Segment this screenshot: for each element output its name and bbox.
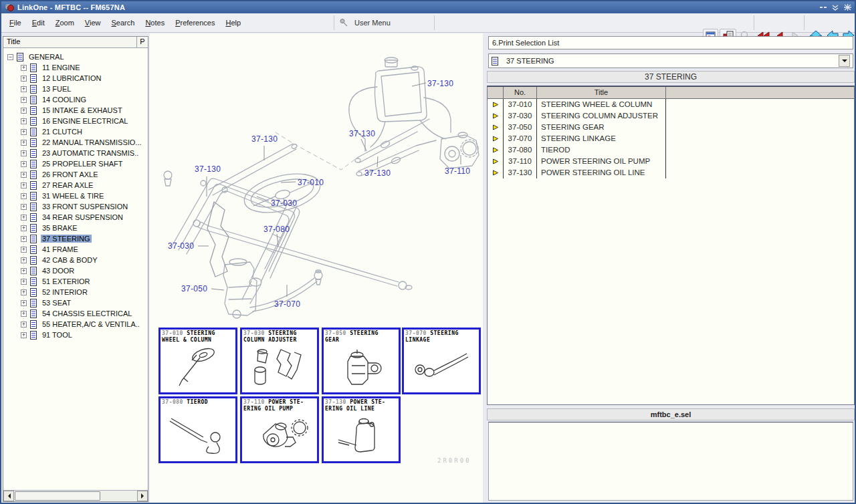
expand-icon[interactable] xyxy=(21,332,27,338)
title-column-header[interactable]: Title xyxy=(537,87,666,99)
table-row[interactable]: 37-070 STEERING LINKAGE xyxy=(488,133,854,144)
part-label[interactable]: 37-070 xyxy=(274,299,300,309)
tree-item[interactable]: 41 FRAME xyxy=(3,244,148,255)
tree-item[interactable]: 37 STEERING xyxy=(3,233,148,244)
menu-item[interactable]: Help xyxy=(220,17,246,29)
menu-item[interactable]: Preferences xyxy=(170,17,220,29)
part-label[interactable]: 37-030 xyxy=(271,199,297,208)
menu-item[interactable]: Zoom xyxy=(50,17,80,29)
thumbnail-steering-linkage[interactable]: 37-070 STEERINGLINKAGE xyxy=(402,328,481,394)
part-label[interactable]: 37-010 xyxy=(298,178,324,187)
expand-icon[interactable] xyxy=(21,215,27,221)
menu-item[interactable]: Notes xyxy=(140,17,170,29)
table-row[interactable]: 37-130 POWER STEERING OIL LINE xyxy=(488,167,854,178)
expand-icon[interactable] xyxy=(21,204,27,210)
thumbnail-steering-wheel-column[interactable]: 37-010 STEERINGWHEEL & COLUMN xyxy=(158,328,237,394)
tree-item[interactable]: 26 FRONT AXLE xyxy=(3,169,148,180)
expand-icon[interactable] xyxy=(21,247,27,253)
tree-item[interactable]: 42 CAB & BODY xyxy=(3,255,148,265)
expand-icon[interactable] xyxy=(21,322,27,328)
tree-item[interactable]: 13 FUEL xyxy=(3,84,148,94)
tree-item[interactable]: 15 INTAKE & EXHAUST xyxy=(3,105,148,116)
diagram-panel[interactable]: 37-130 37-010 37-030 37-130 37-130 37-11… xyxy=(150,33,483,503)
tree-header-title[interactable]: Title xyxy=(3,37,137,47)
tree-item[interactable]: 43 DOOR xyxy=(3,265,148,276)
expand-icon[interactable] xyxy=(21,268,27,274)
section-dropdown[interactable]: 37 STEERING xyxy=(488,53,853,68)
selection-file-list[interactable] xyxy=(488,422,853,501)
thumbnail-power-steering-oil-pump[interactable]: 37-110 POWER STE-ERING OIL PUMP xyxy=(240,396,319,463)
expand-icon[interactable] xyxy=(21,289,27,295)
tree-item[interactable]: 33 FRONT SUSPENSION xyxy=(3,201,148,212)
expand-icon[interactable] xyxy=(21,150,27,156)
no-column-header[interactable]: No. xyxy=(504,87,537,99)
table-row[interactable]: 37-080 TIEROD xyxy=(488,144,854,156)
tree-item[interactable]: 22 MANUAL TRANSMISSIO... xyxy=(3,137,148,148)
menu-item[interactable]: View xyxy=(80,17,106,29)
minimize-icon[interactable] xyxy=(819,4,827,11)
expand-icon[interactable] xyxy=(21,257,27,263)
expand-icon[interactable] xyxy=(7,54,13,60)
expand-icon[interactable] xyxy=(21,193,27,199)
table-row[interactable]: 37-030 STEERING COLUMN ADJUSTER xyxy=(488,110,854,122)
expand-icon[interactable] xyxy=(21,225,27,231)
scrollbar-thumb[interactable] xyxy=(15,491,100,501)
part-label[interactable]: 37-130 xyxy=(364,168,391,178)
collapse-icon[interactable] xyxy=(832,4,839,11)
expand-icon[interactable] xyxy=(21,279,27,285)
user-menu[interactable]: User Menu xyxy=(339,13,391,32)
tree-item[interactable]: 12 LUBRICATION xyxy=(3,73,148,84)
expand-icon[interactable] xyxy=(21,311,27,317)
scroll-left-arrow[interactable] xyxy=(3,491,14,501)
tree-item[interactable]: 52 INTERIOR xyxy=(3,287,148,297)
expand-icon[interactable] xyxy=(21,161,27,167)
expand-icon[interactable] xyxy=(21,172,27,178)
tree-horizontal-scrollbar[interactable] xyxy=(3,490,148,501)
dropdown-arrow-button[interactable] xyxy=(839,55,850,67)
tree-item[interactable]: 54 CHASSIS ELECTRICAL xyxy=(3,308,148,319)
tree-header-p[interactable]: P xyxy=(137,37,148,47)
part-label[interactable]: 37-030 xyxy=(168,241,194,251)
menu-item[interactable]: File xyxy=(4,17,27,29)
part-label[interactable]: 37-110 xyxy=(445,166,470,176)
expand-icon[interactable] xyxy=(21,129,27,135)
tree-item[interactable]: 27 REAR AXLE xyxy=(3,180,148,191)
thumbnail-steering-gear[interactable]: 37-050 STEERINGGEAR xyxy=(322,328,401,394)
tree-item[interactable]: 21 CLUTCH xyxy=(3,126,148,137)
expand-icon[interactable] xyxy=(21,65,27,71)
expand-icon[interactable] xyxy=(21,140,27,146)
tree-item[interactable]: GENERAL xyxy=(3,51,148,62)
expand-icon[interactable] xyxy=(21,86,27,92)
part-label[interactable]: 37-080 xyxy=(263,225,290,234)
tree-item[interactable]: 14 COOLING xyxy=(3,94,148,105)
part-label[interactable]: 37-050 xyxy=(181,284,207,293)
close-icon[interactable] xyxy=(844,4,851,11)
menu-item[interactable]: Search xyxy=(106,17,140,29)
tree-item[interactable]: 25 PROPELLER SHAFT xyxy=(3,158,148,169)
expand-icon[interactable] xyxy=(21,182,27,188)
tree-item[interactable]: 35 BRAKE xyxy=(3,223,148,233)
part-label[interactable]: 37-130 xyxy=(349,129,375,138)
part-label[interactable]: 37-130 xyxy=(195,164,221,174)
tree-item[interactable]: 51 EXTERIOR xyxy=(3,276,148,287)
thumbnail-column-adjuster[interactable]: 37-030 STEERINGCOLUMN ADJUSTER xyxy=(240,328,319,394)
tree-item[interactable]: 34 REAR SUSPENSION xyxy=(3,212,148,223)
table-row[interactable]: 37-050 STEERING GEAR xyxy=(488,122,854,133)
tree-item[interactable]: 55 HEATER,A/C & VENTILA.. xyxy=(3,319,148,330)
tree-item[interactable]: 16 ENGINE ELECTRICAL xyxy=(3,116,148,126)
part-label[interactable]: 37-130 xyxy=(251,134,278,144)
tree-item[interactable]: 23 AUTOMATIC TRANSMIS.. xyxy=(3,148,148,158)
part-label[interactable]: 37-130 xyxy=(427,79,453,88)
print-selection-list-field[interactable]: 6.Print Selection List xyxy=(488,36,853,49)
menu-item[interactable]: Edit xyxy=(27,17,50,29)
thumbnail-tierod[interactable]: 37-080 TIEROD xyxy=(158,396,237,463)
table-row[interactable]: 37-010 STEERING WHEEL & COLUMN xyxy=(488,99,854,110)
expand-icon[interactable] xyxy=(21,97,27,103)
expand-icon[interactable] xyxy=(21,236,27,242)
expand-icon[interactable] xyxy=(21,300,27,306)
tree-item[interactable]: 91 TOOL xyxy=(3,330,148,340)
table-row[interactable]: 37-110 POWER STEERING OIL PUMP xyxy=(488,156,854,167)
tree-item[interactable]: 53 SEAT xyxy=(3,297,148,308)
tree-item[interactable]: 11 ENGINE xyxy=(3,62,148,73)
expand-icon[interactable] xyxy=(21,108,27,114)
